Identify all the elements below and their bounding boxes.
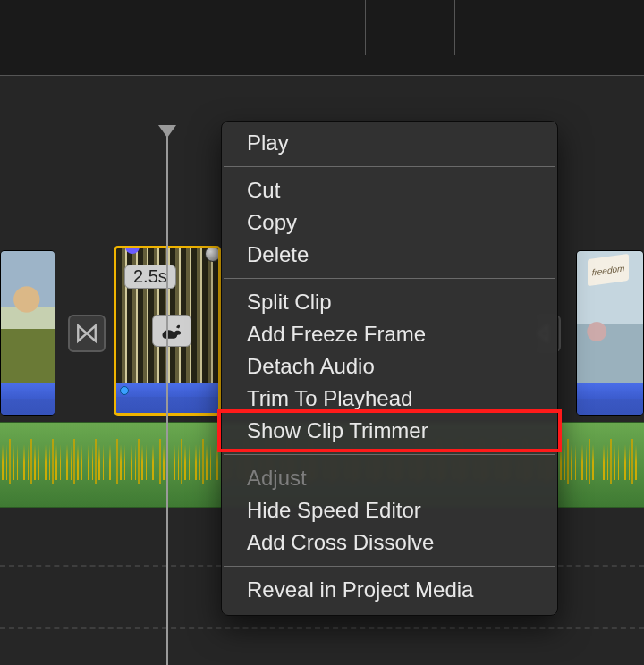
menu-separator (224, 166, 555, 167)
clip-keyframe-icon[interactable] (205, 246, 221, 262)
menu-item-copy[interactable]: Copy (222, 206, 557, 239)
menu-item-reveal-in-project-media[interactable]: Reveal in Project Media (222, 574, 557, 606)
toolbar (0, 0, 644, 76)
timeline-clip-next[interactable]: freedom (576, 250, 644, 416)
menu-separator (224, 566, 555, 567)
menu-item-adjust: Adjust (222, 462, 557, 494)
playhead[interactable] (166, 134, 168, 665)
context-menu[interactable]: PlayCutCopyDeleteSplit ClipAdd Freeze Fr… (221, 121, 558, 616)
speed-rabbit-icon (152, 315, 191, 347)
menu-separator (224, 278, 555, 279)
menu-item-play[interactable]: Play (222, 127, 557, 159)
toolbar-separator (454, 0, 455, 55)
menu-item-delete[interactable]: Delete (222, 239, 557, 271)
menu-item-detach-audio[interactable]: Detach Audio (222, 350, 557, 383)
menu-item-split-clip[interactable]: Split Clip (222, 286, 557, 318)
clip-audio (1, 383, 55, 415)
menu-item-add-freeze-frame[interactable]: Add Freeze Frame (222, 318, 557, 350)
menu-item-hide-speed-editor[interactable]: Hide Speed Editor (222, 494, 557, 526)
track-divider (0, 627, 644, 629)
clip-thumbnail (1, 251, 55, 385)
menu-item-show-clip-trimmer[interactable]: Show Clip Trimmer (222, 415, 557, 447)
clip-overlay-text: freedom (588, 254, 629, 286)
timeline-clip-prev[interactable] (0, 250, 55, 416)
toolbar-separator (365, 0, 366, 55)
menu-item-trim-to-playhead[interactable]: Trim To Playhead (222, 383, 557, 415)
transition-cross-dissolve[interactable] (68, 315, 106, 352)
clip-duration-badge: 2.5s (124, 265, 176, 289)
menu-item-add-cross-dissolve[interactable]: Add Cross Dissolve (222, 526, 557, 559)
menu-item-cut[interactable]: Cut (222, 174, 557, 206)
clip-thumbnail: freedom (577, 251, 643, 385)
clip-audio (577, 383, 643, 415)
menu-separator (224, 454, 555, 455)
clip-volume-keyframe-icon[interactable] (120, 386, 129, 395)
